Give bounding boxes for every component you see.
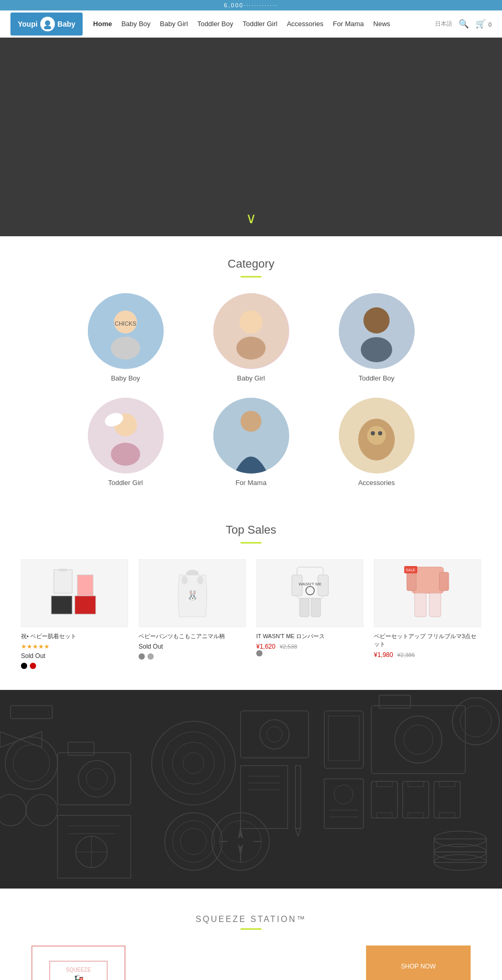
svg-point-15 bbox=[111, 443, 140, 466]
category-label-accessories: Accessories bbox=[358, 479, 395, 487]
svg-point-8 bbox=[236, 337, 266, 360]
product-image-wrapper-2: 🐰 bbox=[139, 559, 246, 627]
category-circle-toddler-girl bbox=[88, 398, 164, 474]
squeeze-promo-box[interactable]: SHOP NOW bbox=[366, 946, 471, 980]
svg-text:CHICKS: CHICKS bbox=[115, 320, 136, 327]
dark-section bbox=[0, 690, 502, 889]
cart-icon[interactable]: 🛒 0 bbox=[475, 19, 492, 29]
category-circle-baby-girl bbox=[213, 293, 289, 369]
category-divider bbox=[241, 276, 261, 278]
color-dot-gray2[interactable] bbox=[147, 653, 154, 660]
squeeze-promo-text: SHOP NOW bbox=[401, 963, 436, 970]
squeeze-section: SQUEEZE STATION™ SQUEEZE 🚂 STATION SHOP … bbox=[0, 889, 502, 980]
svg-point-0 bbox=[45, 20, 50, 26]
svg-rect-40 bbox=[407, 572, 416, 591]
product-image-4: SALE bbox=[374, 559, 481, 627]
svg-rect-35 bbox=[300, 598, 309, 617]
nav-baby-boy[interactable]: Baby Boy bbox=[121, 20, 151, 28]
product-name-2: ベビーパンツもこもこアニマル柄 bbox=[139, 632, 246, 640]
logo-icon bbox=[40, 17, 55, 31]
svg-text:🚂: 🚂 bbox=[73, 974, 84, 980]
nav-home[interactable]: Home bbox=[93, 20, 112, 28]
product-image-1 bbox=[21, 559, 128, 627]
product-price-3: ¥1,620 bbox=[256, 643, 276, 650]
squeeze-content: SQUEEZE 🚂 STATION SHOP NOW bbox=[31, 946, 471, 980]
product-colors-1 bbox=[21, 663, 128, 669]
main-nav: Home Baby Boy Baby Girl Toddler Boy Todd… bbox=[93, 20, 435, 28]
svg-text:🐰: 🐰 bbox=[187, 590, 199, 601]
svg-rect-26 bbox=[51, 596, 72, 614]
color-dot-gray3[interactable] bbox=[256, 650, 263, 656]
nav-news[interactable]: News bbox=[373, 20, 391, 28]
products-grid: 祝• ベビー肌着セット ★★★★★ Sold Out 🐰 bbox=[21, 559, 481, 669]
svg-rect-41 bbox=[439, 572, 449, 591]
category-label-toddler-boy: Toddler Boy bbox=[359, 374, 395, 382]
category-item-accessories[interactable]: Accessories bbox=[319, 398, 434, 487]
product-name-3: IT WASN'T ME ロンパース bbox=[256, 632, 363, 640]
product-image-3: WASN'T ME bbox=[256, 559, 363, 627]
announcement-text: 6,000············· bbox=[224, 2, 278, 8]
chevron-down-icon[interactable]: ∨ bbox=[246, 211, 257, 226]
nav-baby-girl[interactable]: Baby Girl bbox=[160, 20, 188, 28]
color-dot-gray1[interactable] bbox=[139, 653, 145, 660]
svg-rect-27 bbox=[75, 596, 96, 614]
squeeze-logo-box: SQUEEZE 🚂 STATION bbox=[31, 946, 126, 980]
category-item-toddler-boy[interactable]: Toddler Boy bbox=[319, 293, 434, 382]
product-card-1[interactable]: 祝• ベビー肌着セット ★★★★★ Sold Out bbox=[21, 559, 128, 669]
squeeze-right: SHOP NOW bbox=[152, 946, 471, 980]
svg-rect-46 bbox=[0, 690, 502, 889]
header-actions: 日本語 🔍 🛒 0 bbox=[435, 19, 492, 29]
language-selector[interactable]: 日本語 bbox=[435, 20, 452, 28]
svg-rect-42 bbox=[415, 593, 426, 617]
nav-toddler-boy[interactable]: Toddler Boy bbox=[197, 20, 233, 28]
search-icon[interactable]: 🔍 bbox=[459, 19, 469, 29]
svg-point-7 bbox=[239, 310, 263, 333]
svg-point-20 bbox=[367, 426, 386, 445]
color-dot-black[interactable] bbox=[21, 663, 27, 669]
category-label-baby-girl: Baby Girl bbox=[237, 374, 265, 382]
category-label-toddler-girl: Toddler Girl bbox=[108, 479, 143, 487]
category-circle-for-mama bbox=[213, 398, 289, 474]
product-image-wrapper-4: SALE bbox=[374, 559, 481, 627]
squeeze-divider bbox=[241, 928, 261, 930]
product-price-4: ¥1,980 bbox=[374, 651, 393, 659]
svg-text:SALE: SALE bbox=[406, 568, 415, 572]
product-colors-3 bbox=[256, 650, 363, 656]
svg-rect-43 bbox=[429, 593, 441, 617]
category-item-for-mama[interactable]: For Mama bbox=[193, 398, 309, 487]
category-label-baby-boy: Baby Boy bbox=[111, 374, 140, 382]
svg-point-29 bbox=[181, 576, 188, 584]
top-sales-divider bbox=[241, 542, 261, 544]
product-original-price-4: ¥2,386 bbox=[397, 652, 415, 658]
svg-rect-36 bbox=[311, 598, 321, 617]
nav-toddler-girl[interactable]: Toddler Girl bbox=[243, 20, 277, 28]
svg-point-30 bbox=[197, 576, 203, 584]
category-item-toddler-girl[interactable]: Toddler Girl bbox=[68, 398, 183, 487]
category-item-baby-boy[interactable]: CHICKS Baby Boy bbox=[68, 293, 183, 382]
hero-section: ∨ bbox=[0, 38, 502, 236]
product-status-2: Sold Out bbox=[139, 643, 246, 650]
nav-for-mama[interactable]: For Mama bbox=[333, 20, 364, 28]
category-title: Category bbox=[31, 257, 471, 271]
header: Youpi Baby Home Baby Boy Baby Girl Toddl… bbox=[0, 10, 502, 38]
top-sales-title: Top Sales bbox=[21, 523, 481, 537]
svg-point-21 bbox=[371, 431, 375, 435]
squeeze-left: SQUEEZE 🚂 STATION bbox=[31, 946, 136, 980]
squeeze-title: SQUEEZE STATION™ bbox=[31, 915, 471, 924]
product-card-4[interactable]: SALE ベビーセットアップ フリルブルマ3点セット ¥1,980 ¥2,386 bbox=[374, 559, 481, 669]
category-item-baby-girl[interactable]: Baby Girl bbox=[193, 293, 309, 382]
svg-point-10 bbox=[363, 307, 390, 333]
category-circle-baby-boy: CHICKS bbox=[88, 293, 164, 369]
svg-point-1 bbox=[44, 26, 51, 29]
product-card-2[interactable]: 🐰 ベビーパンツもこもこアニマル柄 Sold Out bbox=[139, 559, 246, 669]
svg-rect-23 bbox=[54, 570, 72, 593]
product-image-2: 🐰 bbox=[139, 559, 246, 627]
product-card-3[interactable]: WASN'T ME IT WASN'T ME ロンパース ¥1,620 ¥2,5… bbox=[256, 559, 363, 669]
category-grid: CHICKS Baby Boy Baby Girl bbox=[68, 293, 434, 487]
nav-accessories[interactable]: Accessories bbox=[287, 20, 323, 28]
color-dot-red[interactable] bbox=[30, 663, 36, 669]
product-name-4: ベビーセットアップ フリルブルマ3点セット bbox=[374, 632, 481, 649]
logo-youpi: Youpi bbox=[18, 20, 38, 28]
logo[interactable]: Youpi Baby bbox=[10, 13, 83, 36]
product-stars-1: ★★★★★ bbox=[21, 643, 128, 650]
